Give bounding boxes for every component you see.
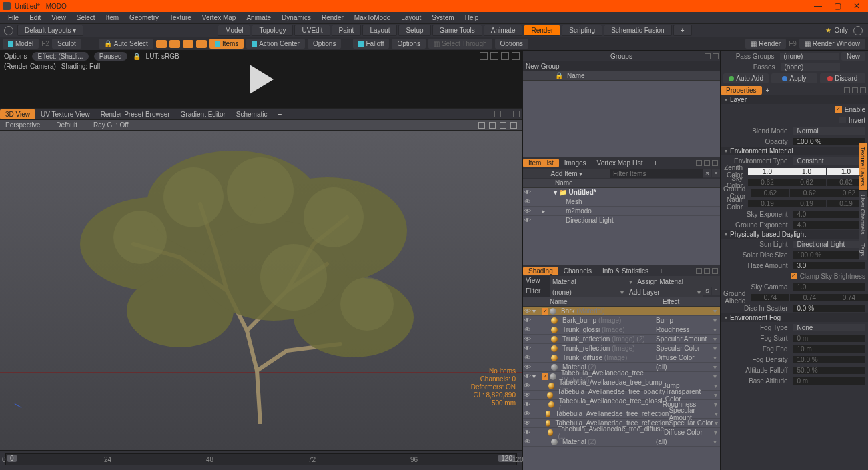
panel-close-icon[interactable]	[713, 53, 719, 59]
render-shading-pill[interactable]: Shading: Full	[61, 63, 100, 70]
workspace-tab-schematic-fusion[interactable]: Schematic Fusion	[604, 25, 671, 36]
sel-mat-button[interactable]	[196, 40, 207, 48]
haze-field[interactable]: 3.0	[793, 262, 866, 269]
side-tab-user-channels[interactable]: User Channels	[859, 191, 867, 239]
timeline[interactable]: 0 120 024487296120	[0, 450, 522, 469]
fog-section[interactable]: Environment Fog	[721, 313, 868, 322]
albedo-field[interactable]: 0.740.740.74	[751, 294, 868, 301]
menu-select[interactable]: Select	[71, 13, 101, 23]
menu-edit[interactable]: Edit	[24, 13, 46, 23]
shading-tab-channels[interactable]: Channels	[558, 267, 597, 275]
only-toggle[interactable]: ★Only	[825, 27, 848, 34]
item-row[interactable]: 👁Mesh	[523, 197, 720, 207]
fog-density-field[interactable]: 10.0 %	[793, 356, 866, 363]
prop-gear-icon[interactable]	[852, 87, 858, 93]
menu-dynamics[interactable]: Dynamics	[276, 13, 316, 23]
shading-row[interactable]: 👁Tabebuia_Avellanedae_tree_diffuse (...D…	[523, 428, 720, 437]
view-tab-uv-texture-view[interactable]: UV Texture View	[35, 109, 95, 119]
view-panel-icon[interactable]	[494, 111, 501, 117]
workspace-tab-game-tools[interactable]: Game Tools	[432, 25, 482, 36]
shading-filter-dropdown[interactable]: (none)▾	[550, 287, 626, 297]
shading-row[interactable]: 👁Trunk_glossi (Image)Roughness▾	[523, 325, 720, 335]
env-material-section[interactable]: Environment Material	[721, 147, 868, 155]
fog-start-field[interactable]: 0 m	[793, 335, 866, 342]
items-mode-button[interactable]: Items	[209, 39, 244, 49]
sky-exp-field[interactable]: 4.0	[793, 211, 866, 218]
menu-file[interactable]: File	[3, 13, 24, 23]
shading-row[interactable]: 👁Trunk_reflection (Image) (2)Specular Am…	[523, 335, 720, 344]
side-tab-texture-layers[interactable]: Texture Layers	[859, 143, 867, 190]
add-workspace-tab[interactable]: +	[673, 25, 692, 36]
zenith-color-field[interactable]: 1.01.01.0	[748, 168, 865, 175]
blend-mode-dropdown[interactable]: Normal	[793, 127, 866, 135]
apply-button[interactable]: Apply	[771, 73, 817, 83]
model-mode-button[interactable]: Model	[3, 39, 39, 49]
shading-view-dropdown[interactable]: Material▾	[550, 276, 635, 287]
sculpt-mode-button[interactable]: Sculpt	[52, 39, 81, 49]
shading-list[interactable]: 👁▾✓Bark (Material)▾👁Bark_bump (Image)Bum…	[523, 307, 720, 470]
render-lut[interactable]: LUT: sRGB	[146, 53, 179, 60]
workspace-tab-model[interactable]: Model	[218, 25, 250, 36]
assign-material-button[interactable]: Assign Material	[635, 276, 721, 287]
view-tab-schematic[interactable]: Schematic	[231, 109, 273, 119]
options2-button[interactable]: Options	[392, 39, 425, 49]
inscatter-field[interactable]: 0.0 %	[793, 305, 866, 312]
menu-help[interactable]: Help	[460, 13, 484, 23]
item-row[interactable]: 👁▸m2modo	[523, 207, 720, 216]
enable-checkbox[interactable]: ✓	[835, 106, 842, 113]
item-row[interactable]: 👁▾ 📁 Untitled*	[523, 188, 720, 197]
item-panel-icon[interactable]	[696, 160, 702, 166]
sel-poly-button[interactable]	[183, 40, 193, 48]
menu-maxtomodo[interactable]: MaxToModo	[349, 13, 396, 23]
menu-layout[interactable]: Layout	[396, 13, 426, 23]
altitude-falloff-field[interactable]: 50.0 %	[793, 367, 866, 374]
render-paused-pill[interactable]: Paused	[94, 52, 127, 61]
item-panel-icon[interactable]	[704, 160, 710, 166]
workspace-tab-animate[interactable]: Animate	[484, 25, 523, 36]
auto-select-button[interactable]: 🔒Auto Select	[99, 39, 153, 49]
view-tab-render-preset-browser[interactable]: Render Preset Browser	[95, 109, 175, 119]
pop-icon[interactable]	[501, 52, 509, 60]
side-tab-tags[interactable]: Tags	[859, 239, 867, 260]
menu-render[interactable]: Render	[316, 13, 349, 23]
add-item-button[interactable]: Add Item ▾	[523, 169, 610, 178]
shading-row[interactable]: 👁Trunk_reflection (Image)Specular Color▾	[523, 344, 720, 353]
gear-icon[interactable]	[4, 26, 13, 35]
shading-tab-info---statistics[interactable]: Info & Statistics	[597, 267, 654, 275]
sel-vertex-button[interactable]	[156, 40, 167, 48]
item-tab--[interactable]: +	[648, 159, 663, 167]
shading-panel-icon[interactable]	[712, 268, 718, 274]
menu-view[interactable]: View	[46, 13, 71, 23]
fog-type-dropdown[interactable]: None	[793, 324, 866, 331]
view-tab-gradient-editor[interactable]: Gradient Editor	[175, 109, 231, 119]
panel-pop-icon[interactable]	[705, 53, 711, 59]
nadir-color-field[interactable]: 0.190.190.19	[748, 200, 865, 207]
shading-default-dropdown[interactable]: Default	[56, 121, 77, 129]
raygl-toggle[interactable]: Ray GL: Off	[93, 121, 129, 129]
sel-edge-button[interactable]	[169, 40, 180, 48]
sky-color-field[interactable]: 0.620.620.62	[748, 179, 865, 186]
new-group-button[interactable]: New Group	[523, 61, 720, 71]
shading-tab--[interactable]: +	[654, 267, 669, 275]
view-tab-3d-view[interactable]: 3D View	[0, 109, 35, 119]
item-panel-icon[interactable]	[712, 160, 718, 166]
close-panel-icon[interactable]	[512, 52, 520, 60]
vp-zoom-icon[interactable]	[500, 122, 506, 129]
shading-row[interactable]: 👁Bark_bump (Image)Bump▾	[523, 316, 720, 325]
play-render-icon[interactable]	[250, 65, 274, 94]
sky-gamma-field[interactable]: 1.0	[793, 283, 866, 291]
solar-disc-field[interactable]: 100.0 %	[793, 251, 866, 259]
view-panel-icon[interactable]	[513, 111, 520, 117]
properties-tab[interactable]: Properties	[721, 86, 762, 95]
options1-button[interactable]: Options	[308, 39, 341, 49]
workspace-tab-setup[interactable]: Setup	[398, 25, 430, 36]
groups-list[interactable]	[523, 81, 720, 157]
view-panel-icon[interactable]	[504, 111, 510, 117]
expand-icon[interactable]	[480, 52, 488, 60]
vp-tool-icon[interactable]	[478, 122, 485, 129]
add-layer-dropdown[interactable]: Add Layer▾	[626, 287, 703, 297]
reload-icon[interactable]	[490, 52, 498, 60]
env-type-dropdown[interactable]: Constant	[793, 157, 866, 165]
add-tab-button[interactable]: +	[762, 86, 774, 95]
menu-system[interactable]: System	[426, 13, 459, 23]
